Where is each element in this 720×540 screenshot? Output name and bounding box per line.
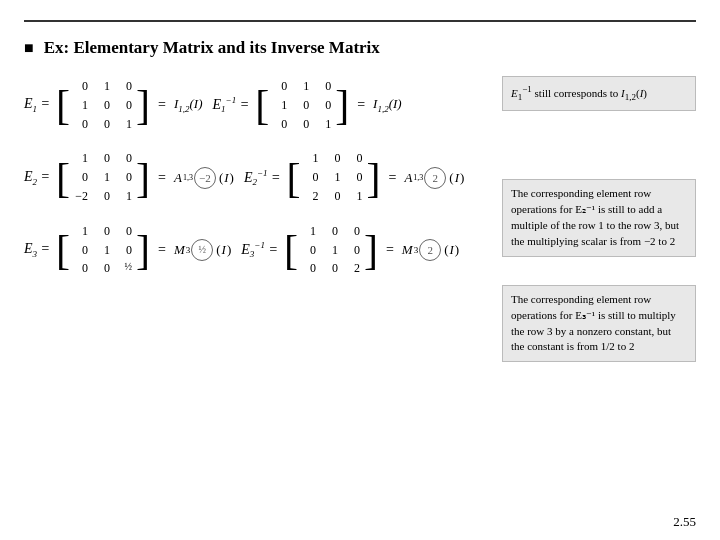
e2inv-label: E2−1 = xyxy=(244,168,281,187)
circle-minus2: −2 xyxy=(194,167,216,189)
e3-left: E3 = [ 100 010 00½ ] = M3 ½ ( xyxy=(24,221,231,279)
e3inv-rhs: M3 2 (I) xyxy=(402,239,459,261)
annotation-e3: The corresponding element row operations… xyxy=(502,285,696,363)
e1-rhs: I1,2(I) xyxy=(174,96,203,114)
e1-row: E1 = [ 010 100 001 ] = I1,2(I) xyxy=(24,76,492,134)
page-number: 2.55 xyxy=(673,514,696,530)
annotation-e2: The corresponding element row operations… xyxy=(502,179,696,257)
annotation-e3-text: The corresponding element row operations… xyxy=(511,293,676,353)
e2inv-matrix: [ 100 010 201 ] xyxy=(287,148,381,206)
circle-half: ½ xyxy=(191,239,213,261)
e3-rhs: M3 ½ (I) xyxy=(174,239,231,261)
e1-label: E1 = xyxy=(24,96,50,114)
e3inv-left: E3−1 = [ 100 010 002 ] = M3 2 xyxy=(241,221,459,279)
e3-matrix: [ 100 010 00½ ] xyxy=(56,221,150,279)
e3inv-matrix: [ 100 010 002 ] xyxy=(284,221,378,279)
annotation-e1-text: E1−1 still corresponds to I1,2(I) xyxy=(511,87,647,99)
main-content: E1 = [ 010 100 001 ] = I1,2(I) xyxy=(24,76,696,362)
e1-left: E1 = [ 010 100 001 ] = I1,2(I) xyxy=(24,76,203,134)
circle-2: 2 xyxy=(424,167,446,189)
top-rule xyxy=(24,20,696,22)
e3-label: E3 = xyxy=(24,241,50,259)
e2inv-left: E2−1 = [ 100 010 201 ] = A1,3 2 xyxy=(244,148,464,206)
annotations-column: E1−1 still corresponds to I1,2(I) The co… xyxy=(502,76,696,362)
e2-label: E2 = xyxy=(24,169,50,187)
title-row: ■ Ex: Elementary Matrix and its Inverse … xyxy=(24,38,696,58)
e1inv-matrix: [ 010 100 001 ] xyxy=(255,76,349,134)
e2-left: E2 = [ 100 010 −201 ] = A1,3 −2 xyxy=(24,148,234,206)
e2-matrix: [ 100 010 −201 ] xyxy=(56,148,150,206)
e1inv-left: E1−1 = [ 010 100 001 ] = I1,2(I) xyxy=(213,76,402,134)
page-title: Ex: Elementary Matrix and its Inverse Ma… xyxy=(44,38,380,58)
circle-2b: 2 xyxy=(419,239,441,261)
e2-rhs: A1,3 −2 (I) xyxy=(174,167,234,189)
e1inv-label: E1−1 = xyxy=(213,95,250,114)
e2-row: E2 = [ 100 010 −201 ] = A1,3 −2 xyxy=(24,148,492,206)
e2inv-rhs: A1,3 2 (I) xyxy=(404,167,464,189)
e1-matrix: [ 010 100 001 ] xyxy=(56,76,150,134)
e3inv-label: E3−1 = xyxy=(241,240,278,259)
page: ■ Ex: Elementary Matrix and its Inverse … xyxy=(0,0,720,540)
equations-column: E1 = [ 010 100 001 ] = I1,2(I) xyxy=(24,76,492,362)
bullet-point: ■ xyxy=(24,39,34,57)
e3-row: E3 = [ 100 010 00½ ] = M3 ½ ( xyxy=(24,221,492,279)
annotation-e2-text: The corresponding element row operations… xyxy=(511,187,679,247)
e1inv-rhs: I1,2(I) xyxy=(373,96,402,114)
annotation-e1: E1−1 still corresponds to I1,2(I) xyxy=(502,76,696,111)
